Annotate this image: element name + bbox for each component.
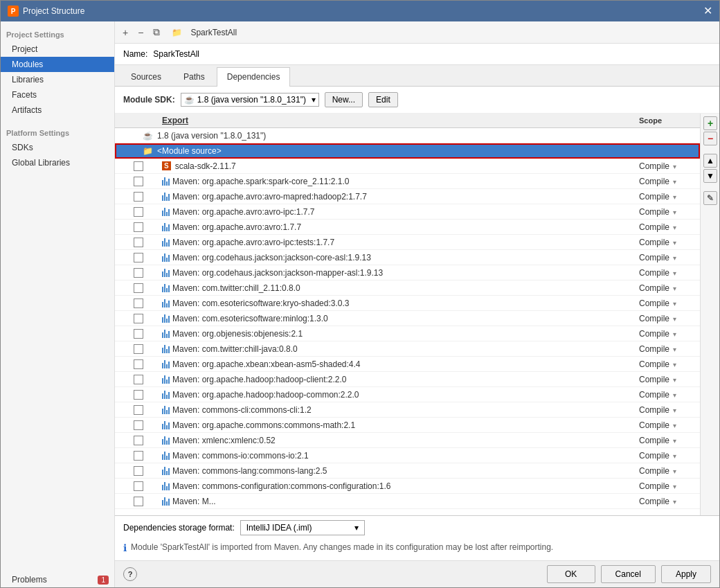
dep-checkbox[interactable] <box>134 497 143 506</box>
dep-scope: Compile ▾ <box>639 238 694 247</box>
dep-scope: Compile ▾ <box>639 192 694 202</box>
sidebar-item-project[interactable]: Project <box>1 42 114 57</box>
dep-checkbox[interactable] <box>134 466 143 476</box>
dep-checkbox[interactable] <box>134 390 143 400</box>
dep-checkbox[interactable] <box>134 222 143 232</box>
help-button[interactable]: ? <box>123 567 137 581</box>
dep-checkbox[interactable] <box>134 436 143 445</box>
storage-value: IntelliJ IDEA (.iml) <box>246 523 312 533</box>
remove-module-btn[interactable]: − <box>134 25 147 40</box>
dep-name: Maven: org.apache.avro:avro-ipc:1.7.7 <box>172 207 639 217</box>
dep-checkbox[interactable] <box>134 329 143 339</box>
deps-list: ☕ 1.8 (java version "1.8.0_131") 📁 <Modu… <box>115 128 700 515</box>
problems-label: Problems <box>12 575 47 585</box>
dep-row[interactable]: Maven: org.apache.commons:commons-math:2… <box>115 418 700 433</box>
dep-row[interactable]: Maven: org.apache.xbean:xbean-asm5-shade… <box>115 357 700 372</box>
dep-name: Maven: com.twitter:chill-java:0.8.0 <box>172 344 639 354</box>
dep-checkbox[interactable] <box>134 405 143 415</box>
dep-checkbox[interactable] <box>134 344 143 354</box>
dep-row[interactable]: Maven: org.codehaus.jackson:jackson-core… <box>115 250 700 265</box>
dep-row[interactable]: Maven: org.codehaus.jackson:jackson-mapp… <box>115 265 700 280</box>
dep-checkbox[interactable] <box>134 451 143 461</box>
dep-row-module-source[interactable]: 📁 <Module source> <box>115 143 700 159</box>
dep-checkbox[interactable] <box>134 420 143 430</box>
dep-row-scala[interactable]: S scala-sdk-2.11.7 Compile ▾ <box>115 159 700 174</box>
dep-name: Maven: org.apache.avro:avro:1.7.7 <box>172 222 639 232</box>
sidebar-item-facets[interactable]: Facets <box>1 87 114 103</box>
footer-left: ? <box>123 567 137 581</box>
dep-row[interactable]: Maven: commons-configuration:commons-con… <box>115 479 700 494</box>
dep-name: Maven: commons-cli:commons-cli:1.2 <box>172 405 639 415</box>
dep-checkbox[interactable] <box>134 299 143 308</box>
add-dep-btn[interactable]: + <box>703 116 717 130</box>
dep-name: Maven: org.objenesis:objenesis:2.1 <box>172 329 639 339</box>
dep-row[interactable]: Maven: com.esotericsoftware:minlog:1.3.0… <box>115 311 700 326</box>
dep-row[interactable]: Maven: xmlenc:xmlenc:0.52 Compile ▾ <box>115 433 700 448</box>
tab-paths[interactable]: Paths <box>173 67 215 86</box>
dep-name: Maven: org.codehaus.jackson:jackson-core… <box>172 253 639 262</box>
ok-button[interactable]: OK <box>547 565 595 583</box>
dep-name: Maven: org.codehaus.jackson:jackson-mapp… <box>172 268 639 278</box>
dep-checkbox[interactable] <box>134 238 143 247</box>
sidebar-item-global-libraries[interactable]: Global Libraries <box>1 155 114 170</box>
dep-row[interactable]: Maven: org.apache.avro:avro:1.7.7 Compil… <box>115 220 700 235</box>
sidebar-item-artifacts[interactable]: Artifacts <box>1 103 114 118</box>
dep-checkbox[interactable] <box>134 161 143 171</box>
move-up-btn[interactable]: ▲ <box>703 154 717 168</box>
dep-checkbox[interactable] <box>134 481 143 491</box>
storage-select[interactable]: IntelliJ IDEA (.iml) ▾ <box>240 520 365 535</box>
warning-row: ℹ Module 'SparkTestAll' is imported from… <box>123 540 711 556</box>
edit-dep-btn[interactable]: ✎ <box>703 191 717 205</box>
dep-row[interactable]: Maven: org.objenesis:objenesis:2.1 Compi… <box>115 326 700 341</box>
dep-row[interactable]: Maven: commons-cli:commons-cli:1.2 Compi… <box>115 402 700 418</box>
dep-scope: Compile ▾ <box>639 314 694 323</box>
cancel-button[interactable]: Cancel <box>601 565 656 583</box>
apply-button[interactable]: Apply <box>661 565 711 583</box>
dep-scope: Compile ▾ <box>639 451 694 461</box>
tabs: Sources Paths Dependencies <box>115 65 719 87</box>
dep-row[interactable]: Maven: com.twitter:chill_2.11:0.8.0 Comp… <box>115 280 700 296</box>
dep-row[interactable]: Maven: org.apache.hadoop:hadoop-client:2… <box>115 372 700 387</box>
copy-module-btn[interactable]: ⧉ <box>150 24 163 40</box>
module-source-icon: 📁 <box>143 146 153 156</box>
close-button[interactable]: ✕ <box>703 6 712 17</box>
dep-checkbox[interactable] <box>134 283 143 293</box>
dep-checkbox[interactable] <box>134 253 143 262</box>
dep-row[interactable]: Maven: com.twitter:chill-java:0.8.0 Comp… <box>115 341 700 357</box>
dep-name: Maven: com.twitter:chill_2.11:0.8.0 <box>172 283 639 293</box>
maven-icon <box>162 177 170 186</box>
tab-sources[interactable]: Sources <box>120 67 172 86</box>
dep-checkbox[interactable] <box>134 375 143 384</box>
dep-checkbox[interactable] <box>134 314 143 323</box>
dep-row[interactable]: Maven: com.esotericsoftware:kryo-shaded:… <box>115 296 700 311</box>
remove-dep-btn[interactable]: − <box>703 132 717 145</box>
dep-scope: Compile ▾ <box>639 253 694 262</box>
sdk-select[interactable]: ☕ 1.8 (java version "1.8.0_131") ▾ <box>181 93 319 107</box>
dep-row[interactable]: Maven: commons-lang:commons-lang:2.5 Com… <box>115 463 700 479</box>
dep-checkbox[interactable] <box>134 192 143 202</box>
dep-row[interactable]: ☕ 1.8 (java version "1.8.0_131") <box>115 128 700 143</box>
dep-checkbox[interactable] <box>134 177 143 186</box>
dep-checkbox[interactable] <box>134 268 143 278</box>
dep-name: Maven: commons-io:commons-io:2.1 <box>172 451 639 461</box>
sidebar-item-sdks[interactable]: SDKs <box>1 140 114 155</box>
name-value: SparkTestAll <box>153 49 199 59</box>
sdk-edit-btn[interactable]: Edit <box>368 92 398 107</box>
dep-row[interactable]: Maven: M... Compile ▾ <box>115 494 700 509</box>
tab-dependencies[interactable]: Dependencies <box>217 67 291 87</box>
dep-checkbox[interactable] <box>134 207 143 217</box>
dep-row[interactable]: Maven: org.apache.avro:avro-ipc:1.7.7 Co… <box>115 204 700 220</box>
dep-row[interactable]: Maven: org.apache.avro:avro-mapred:hadoo… <box>115 189 700 204</box>
sidebar-item-problems[interactable]: Problems 1 <box>1 572 114 587</box>
dep-row[interactable]: Maven: org.apache.avro:avro-ipc:tests:1.… <box>115 235 700 250</box>
add-module-btn[interactable]: + <box>119 25 132 40</box>
dep-row[interactable]: Maven: org.apache.spark:spark-core_2.11:… <box>115 174 700 189</box>
dep-row[interactable]: Maven: org.apache.hadoop:hadoop-common:2… <box>115 387 700 402</box>
sidebar-item-libraries[interactable]: Libraries <box>1 72 114 87</box>
sdk-new-btn[interactable]: New... <box>325 92 363 107</box>
dep-row[interactable]: Maven: commons-io:commons-io:2.1 Compile… <box>115 448 700 463</box>
sdk-dropdown-arrow: ▾ <box>312 95 316 105</box>
sidebar-item-modules[interactable]: Modules <box>1 57 114 72</box>
dep-checkbox[interactable] <box>134 359 143 369</box>
move-down-btn[interactable]: ▼ <box>703 169 717 183</box>
